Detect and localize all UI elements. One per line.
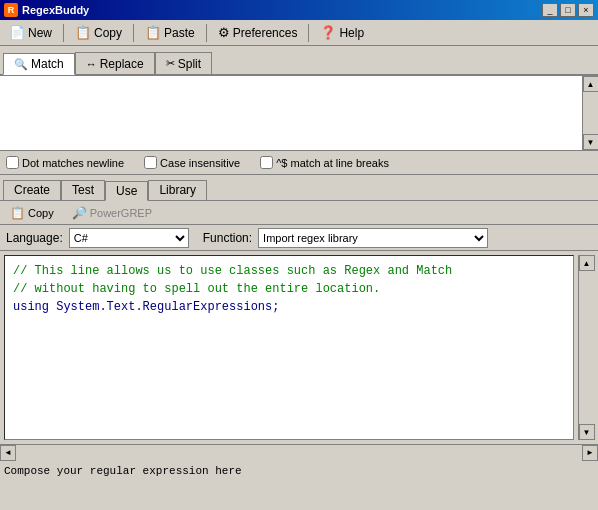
menu-help-label: Help — [339, 26, 364, 40]
title-bar-left: R RegexBuddy — [4, 3, 89, 17]
app-title: RegexBuddy — [22, 4, 89, 16]
menu-sep-2 — [133, 24, 134, 42]
regex-input-area: ▲ ▼ — [0, 76, 598, 151]
scroll-down-arrow[interactable]: ▼ — [583, 134, 599, 150]
menu-preferences-label: Preferences — [233, 26, 298, 40]
tab-create-label: Create — [14, 183, 50, 197]
menu-sep-4 — [308, 24, 309, 42]
menu-help[interactable]: ❓ Help — [313, 22, 371, 43]
menu-new[interactable]: 📄 New — [2, 22, 59, 43]
menu-copy[interactable]: 📋 Copy — [68, 22, 129, 43]
tab-library[interactable]: Library — [148, 180, 207, 200]
copy-subtool-icon: 📋 — [10, 206, 25, 220]
menu-sep-1 — [63, 24, 64, 42]
dot-newline-checkbox[interactable] — [6, 156, 19, 169]
preferences-icon: ⚙ — [218, 25, 230, 40]
menu-bar: 📄 New 📋 Copy 📋 Paste ⚙ Preferences ❓ Hel… — [0, 20, 598, 46]
menu-new-label: New — [28, 26, 52, 40]
language-select[interactable]: C# Java Python JavaScript VB.NET PHP Rub… — [69, 228, 189, 248]
lang-func-row: Language: C# Java Python JavaScript VB.N… — [0, 225, 598, 251]
menu-paste-label: Paste — [164, 26, 195, 40]
code-scroll-up[interactable]: ▲ — [579, 255, 595, 271]
tab-use[interactable]: Use — [105, 181, 148, 201]
tab-test[interactable]: Test — [61, 180, 105, 200]
match-linebreaks-checkbox[interactable] — [260, 156, 273, 169]
main-tabs: 🔍 Match ↔ Replace ✂ Split — [0, 46, 598, 76]
checkbox-match-linebreaks[interactable]: ^$ match at line breaks — [260, 156, 389, 169]
powergrep-label: PowerGREP — [90, 207, 152, 219]
title-bar: R RegexBuddy _ □ × — [0, 0, 598, 20]
tab-split-label: Split — [178, 57, 201, 71]
menu-preferences[interactable]: ⚙ Preferences — [211, 22, 305, 43]
language-label: Language: — [6, 231, 63, 245]
scroll-left-arrow[interactable]: ◄ — [0, 445, 16, 461]
case-insensitive-checkbox[interactable] — [144, 156, 157, 169]
checkbox-case-insensitive[interactable]: Case insensitive — [144, 156, 240, 169]
menu-sep-3 — [206, 24, 207, 42]
case-insensitive-label: Case insensitive — [160, 157, 240, 169]
tab-match-label: Match — [31, 57, 64, 71]
copy-button[interactable]: 📋 Copy — [6, 205, 58, 221]
tab-replace-label: Replace — [100, 57, 144, 71]
code-line-3: using System.Text.RegularExpressions; — [13, 298, 565, 316]
status-text: Compose your regular expression here — [4, 465, 242, 477]
app-icon: R — [4, 3, 18, 17]
scroll-track-h — [16, 445, 582, 461]
code-display: // This line allows us to use classes su… — [0, 251, 598, 444]
paste-icon: 📋 — [145, 25, 161, 40]
regex-scrollbar-v[interactable]: ▲ ▼ — [582, 76, 598, 150]
menu-copy-label: Copy — [94, 26, 122, 40]
help-icon: ❓ — [320, 25, 336, 40]
tab-test-label: Test — [72, 183, 94, 197]
code-area-container: // This line allows us to use classes su… — [0, 251, 598, 444]
dot-newline-label: Dot matches newline — [22, 157, 124, 169]
maximize-button[interactable]: □ — [560, 3, 576, 17]
split-tab-icon: ✂ — [166, 57, 175, 70]
regex-input[interactable] — [0, 76, 582, 150]
code-line-1: // This line allows us to use classes su… — [13, 262, 565, 280]
tab-split[interactable]: ✂ Split — [155, 52, 212, 74]
tab-replace[interactable]: ↔ Replace — [75, 52, 155, 74]
function-label: Function: — [203, 231, 252, 245]
code-output: // This line allows us to use classes su… — [4, 255, 574, 440]
bottom-scrollbar: ◄ ► — [0, 444, 598, 460]
function-select[interactable]: Import regex library Create regex object… — [258, 228, 488, 248]
tab-match[interactable]: 🔍 Match — [3, 53, 75, 75]
tab-use-label: Use — [116, 184, 137, 198]
code-line-2: // without having to spell out the entir… — [13, 280, 565, 298]
secondary-tabs: Create Test Use Library — [0, 175, 598, 201]
sub-toolbar: 📋 Copy 🔎 PowerGREP — [0, 201, 598, 225]
checkboxes-row: Dot matches newline Case insensitive ^$ … — [0, 151, 598, 175]
replace-tab-icon: ↔ — [86, 58, 97, 70]
code-scrollbar-v[interactable]: ▲ ▼ — [578, 255, 594, 440]
copy-icon: 📋 — [75, 25, 91, 40]
scroll-right-arrow[interactable]: ► — [582, 445, 598, 461]
tab-library-label: Library — [159, 183, 196, 197]
copy-subtool-label: Copy — [28, 207, 54, 219]
powergrep-icon: 🔎 — [72, 206, 87, 220]
minimize-button[interactable]: _ — [542, 3, 558, 17]
new-icon: 📄 — [9, 25, 25, 40]
title-bar-controls[interactable]: _ □ × — [542, 3, 594, 17]
close-button[interactable]: × — [578, 3, 594, 17]
menu-paste[interactable]: 📋 Paste — [138, 22, 202, 43]
scroll-up-arrow[interactable]: ▲ — [583, 76, 599, 92]
code-scroll-down[interactable]: ▼ — [579, 424, 595, 440]
status-bar: Compose your regular expression here — [0, 460, 598, 480]
tab-create[interactable]: Create — [3, 180, 61, 200]
checkbox-dot-newline[interactable]: Dot matches newline — [6, 156, 124, 169]
match-tab-icon: 🔍 — [14, 58, 28, 71]
match-linebreaks-label: ^$ match at line breaks — [276, 157, 389, 169]
powergrep-button[interactable]: 🔎 PowerGREP — [68, 205, 156, 221]
